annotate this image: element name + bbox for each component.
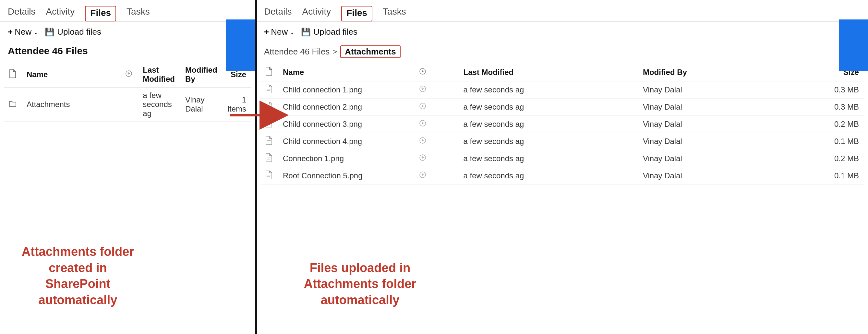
tab-files-right[interactable]: Files <box>341 6 372 22</box>
th-modified-by-right: Modified By <box>638 64 776 81</box>
th-dl-left <box>120 62 137 87</box>
dl-icon-cell-5[interactable] <box>414 167 458 185</box>
chevron-down-icon-right: ⌄ <box>290 29 294 36</box>
arrow-container <box>230 101 289 130</box>
file-icon-cell-5 <box>260 167 278 185</box>
right-file-table: Name Last Modified Modified By Size Chil… <box>260 64 864 185</box>
right-arrow-icon <box>259 101 289 130</box>
left-table-container: Name Last Modified Modified By Size Atta… <box>0 62 255 122</box>
size-cell-4: 0.2 MB <box>776 150 864 167</box>
svg-rect-17 <box>267 175 271 175</box>
left-annotation: Attachments folder created in SharePoint… <box>10 231 146 321</box>
left-toolbar: + New ⌄ 💾 Upload files <box>0 22 255 42</box>
breadcrumb-parent[interactable]: Attendee 46 Files <box>264 47 330 57</box>
dl-icon-cell-2[interactable] <box>414 116 458 133</box>
upload-icon-right: 💾 <box>301 28 311 37</box>
file-name-cell-5[interactable]: Root Connection 5.png <box>278 167 414 185</box>
file-name-cell-2[interactable]: Child connection 3.png <box>278 116 414 133</box>
th-dl-right <box>414 64 458 81</box>
size-cell-2: 0.2 MB <box>776 116 864 133</box>
last-modified-cell-2: a few seconds ag <box>458 116 638 133</box>
th-last-modified-left: Last Modified <box>137 62 180 87</box>
last-modified-cell-5: a few seconds ag <box>458 167 638 185</box>
file-name-cell-1[interactable]: Child connection 2.png <box>278 99 414 116</box>
file-icon-cell-3 <box>260 133 278 150</box>
table-row: Child connection 3.pnga few seconds agVi… <box>260 116 864 133</box>
svg-rect-15 <box>267 159 270 160</box>
modified-by-cell-4: Vinay Dalal <box>638 150 776 167</box>
dl-icon-cell-3[interactable] <box>414 133 458 150</box>
upload-button-left[interactable]: 💾 Upload files <box>45 27 101 37</box>
plus-icon-right: + <box>264 27 269 37</box>
left-file-table: Name Last Modified Modified By Size Atta… <box>4 62 251 122</box>
tab-tasks-left[interactable]: Tasks <box>126 6 150 21</box>
file-icon-cell-4 <box>260 150 278 167</box>
blue-accent-box-right <box>839 20 868 71</box>
modified-by-cell: Vinay Dalal <box>180 87 222 122</box>
svg-rect-2 <box>267 89 271 90</box>
modified-by-cell-3: Vinay Dalal <box>638 133 776 150</box>
dl-cell-left <box>120 87 137 122</box>
table-row: Connection 1.pnga few seconds agVinay Da… <box>260 150 864 167</box>
right-panel: Details Activity Files Tasks + New ⌄ 💾 U… <box>256 0 868 334</box>
table-row: Child connection 1.pnga few seconds agVi… <box>260 81 864 99</box>
th-icon-left <box>4 62 22 87</box>
upload-button-right[interactable]: 💾 Upload files <box>301 27 358 37</box>
file-name-cell[interactable]: Attachments <box>22 87 120 122</box>
th-name-left: Name <box>22 62 120 87</box>
tab-details-right[interactable]: Details <box>264 6 292 21</box>
modified-by-cell-2: Vinay Dalal <box>638 116 776 133</box>
svg-rect-3 <box>267 90 270 91</box>
size-cell-0: 0.3 MB <box>776 81 864 99</box>
breadcrumb-chevron-icon: > <box>333 48 337 56</box>
dl-icon-cell-1[interactable] <box>414 99 458 116</box>
new-button-right[interactable]: + New ⌄ <box>264 27 294 37</box>
left-panel: Details Activity Files Tasks + New ⌄ 💾 U… <box>0 0 256 334</box>
th-modified-by-left: Modified By <box>180 62 222 87</box>
file-name-cell-3[interactable]: Child connection 4.png <box>278 133 414 150</box>
svg-rect-14 <box>267 158 271 158</box>
size-cell-5: 0.1 MB <box>776 167 864 185</box>
right-table-container: Name Last Modified Modified By Size Chil… <box>256 64 868 185</box>
left-page-title: Attendee 46 Files <box>0 42 255 62</box>
th-name-right: Name <box>278 64 414 81</box>
file-name-cell-0[interactable]: Child connection 1.png <box>278 81 414 99</box>
tab-activity-left[interactable]: Activity <box>46 6 75 21</box>
tab-details-left[interactable]: Details <box>8 6 36 21</box>
th-last-modified-right: Last Modified <box>458 64 638 81</box>
last-modified-cell: a few seconds ag <box>137 87 180 122</box>
plus-icon-left: + <box>8 27 13 37</box>
breadcrumb: Attendee 46 Files > Attachments <box>256 42 868 64</box>
table-row: Child connection 2.pnga few seconds agVi… <box>260 99 864 116</box>
right-tabs-bar: Details Activity Files Tasks <box>256 0 868 22</box>
table-row: Attachments a few seconds ag Vinay Dalal… <box>4 87 251 122</box>
file-name-cell-4[interactable]: Connection 1.png <box>278 150 414 167</box>
tab-activity-right[interactable]: Activity <box>302 6 331 21</box>
dl-icon-cell-4[interactable] <box>414 150 458 167</box>
right-annotation: Files uploaded in Attachments folder aut… <box>276 247 444 321</box>
breadcrumb-current: Attachments <box>340 45 400 58</box>
dl-icon-cell-0[interactable] <box>414 81 458 99</box>
modified-by-cell-1: Vinay Dalal <box>638 99 776 116</box>
blue-accent-box-left <box>226 20 255 71</box>
last-modified-cell-0: a few seconds ag <box>458 81 638 99</box>
tab-tasks-right[interactable]: Tasks <box>383 6 406 21</box>
modified-by-cell-0: Vinay Dalal <box>638 81 776 99</box>
size-cell-3: 0.1 MB <box>776 133 864 150</box>
svg-rect-18 <box>267 176 270 177</box>
upload-icon-left: 💾 <box>45 28 55 37</box>
right-toolbar: + New ⌄ 💾 Upload files <box>256 22 868 42</box>
tab-files-left[interactable]: Files <box>85 6 116 22</box>
last-modified-cell-3: a few seconds ag <box>458 133 638 150</box>
vertical-divider <box>256 0 257 334</box>
last-modified-cell-4: a few seconds ag <box>458 150 638 167</box>
table-row: Child connection 4.pnga few seconds agVi… <box>260 133 864 150</box>
chevron-down-icon-left: ⌄ <box>33 29 38 36</box>
new-button-left[interactable]: + New ⌄ <box>8 27 38 37</box>
svg-rect-11 <box>267 140 271 141</box>
left-tabs-bar: Details Activity Files Tasks <box>0 0 255 22</box>
file-icon-cell-0 <box>260 81 278 99</box>
last-modified-cell-1: a few seconds ag <box>458 99 638 116</box>
folder-icon-cell <box>4 87 22 122</box>
svg-rect-12 <box>267 142 270 142</box>
